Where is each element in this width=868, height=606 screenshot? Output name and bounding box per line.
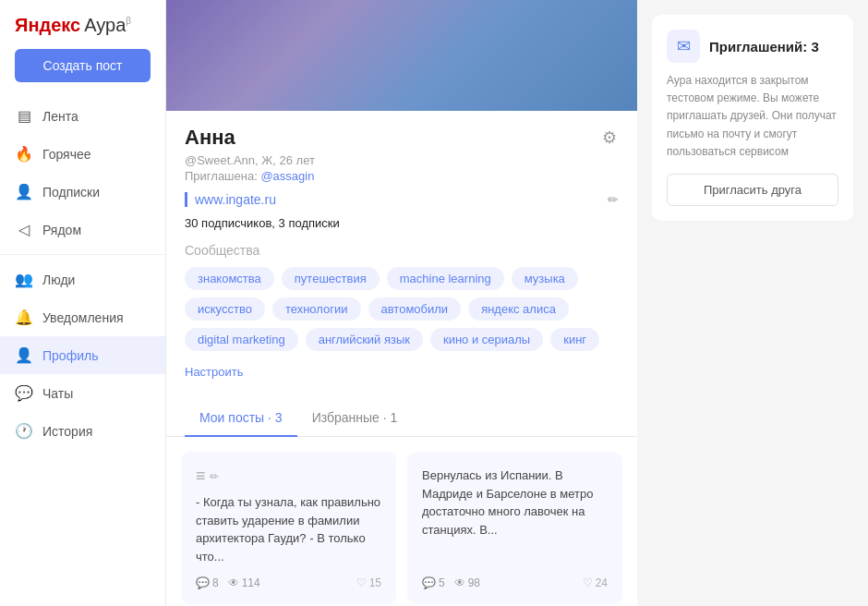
logo-aura: Аураβ [84,15,131,36]
sidebar-item-label: Подписки [42,185,100,200]
mail-icon: ✉ [667,30,700,63]
subscriptions-icon: 👤 [15,183,33,200]
sidebar-item-label: История [42,424,92,439]
post-footer: 💬 8 👁 114 ♡ 15 [196,576,381,589]
eye-icon: 👁 [454,576,465,589]
settings-gear-icon[interactable]: ⚙ [600,126,619,150]
nearby-icon: ◁ [15,221,33,238]
communities-label: Сообщества [185,243,619,258]
sidebar-item-hot[interactable]: 🔥 Горячее [0,135,165,173]
comment-stat: 💬 8 [196,576,219,589]
main-content: Анна ⚙ @Sweet.Ann, Ж, 26 лет Приглашена:… [166,0,637,606]
post-text: Вернулась из Испании. В Мадриде и Барсел… [422,467,608,539]
like-count: 24 [596,576,608,589]
tag[interactable]: автомобили [368,297,462,321]
invite-friend-button[interactable]: Пригласить друга [667,174,838,206]
comment-icon: 💬 [422,576,436,589]
eye-icon: 👁 [228,576,239,589]
sidebar-item-label: Рядом [42,223,81,237]
hot-icon: 🔥 [15,145,33,163]
post-stats: 💬 8 👁 114 [196,576,260,589]
tag[interactable]: digital marketing [185,328,298,351]
sidebar: Яндекс Аураβ Создать пост ▤ Лента 🔥 Горя… [0,0,166,606]
post-card[interactable]: Вернулась из Испании. В Мадриде и Барсел… [407,452,622,604]
profile-website-row: www.ingate.ru ✏ [185,192,619,207]
sidebar-item-chats[interactable]: 💬 Чаты [0,374,165,412]
edit-pencil-icon[interactable]: ✏ [608,192,619,207]
right-panel: ✉ Приглашений: 3 Аура находится в закрыт… [637,0,868,606]
heart-icon: ♡ [583,576,593,589]
profile-name: Анна [185,126,235,150]
comment-icon: 💬 [196,576,210,589]
tag[interactable]: музыка [512,267,578,290]
tag[interactable]: machine learning [387,267,504,290]
sidebar-item-label: Лента [42,109,78,124]
tab-favorites[interactable]: Избранные · 1 [297,399,413,436]
profile-icon: 👤 [15,346,33,364]
sidebar-item-label: Горячее [42,147,91,162]
people-icon: 👥 [15,271,33,288]
tag[interactable]: знакомства [185,267,274,290]
sidebar-item-label: Чаты [42,386,73,401]
view-stat: 👁 114 [228,576,260,589]
subscribers-count: 30 [185,216,198,230]
profile-stats: 30 подписчиков, 3 подписки [185,216,619,230]
invited-by-link[interactable]: @assagin [260,169,314,183]
tag[interactable]: английский язык [306,328,423,351]
tag[interactable]: кино и сериалы [430,328,543,351]
invite-card: ✉ Приглашений: 3 Аура находится в закрыт… [652,15,853,221]
history-icon: 🕐 [15,422,33,440]
invites-count-label: Приглашений: 3 [709,39,819,55]
subscriptions-count: 3 [279,216,285,230]
heart-icon: ♡ [356,576,367,589]
tags-container: знакомства путешествия machine learning … [185,267,619,351]
tab-my-posts[interactable]: Мои посты · 3 [185,399,297,436]
post-footer: 💬 5 👁 98 ♡ 24 [422,576,608,589]
post-like[interactable]: ♡ 24 [583,576,608,589]
profile-website-link[interactable]: www.ingate.ru [185,192,276,207]
create-post-button[interactable]: Создать пост [15,49,151,82]
profile-tabs: Мои посты · 3 Избранные · 1 [166,399,637,437]
profile-cover [166,0,637,111]
sidebar-item-history[interactable]: 🕐 История [0,412,165,450]
sidebar-item-label: Профиль [42,348,98,363]
tag[interactable]: яндекс алиса [468,297,569,321]
sidebar-item-subscriptions[interactable]: 👤 Подписки [0,173,165,211]
post-card[interactable]: ≡✏ - Когда ты узнала, как правильно став… [181,452,396,604]
sidebar-item-people[interactable]: 👥 Люди [0,261,165,298]
nav-divider [0,254,165,255]
tag[interactable]: кинг [550,328,599,351]
cover-image [166,0,637,111]
tag[interactable]: путешествия [282,267,380,290]
sidebar-item-notifications[interactable]: 🔔 Уведомления [0,298,165,336]
sidebar-item-feed[interactable]: ▤ Лента [0,97,165,135]
like-count: 15 [369,576,381,589]
view-count: 98 [468,576,480,589]
profile-name-row: Анна ⚙ [185,126,619,150]
logo: Яндекс Аураβ [0,0,165,49]
profile-invited: Приглашена: @assagin [185,169,619,183]
post-stats: 💬 5 👁 98 [422,576,480,589]
comment-count: 5 [439,576,445,589]
invite-description: Аура находится в закрытом тестовом режим… [667,72,838,161]
invite-card-header: ✉ Приглашений: 3 [667,30,838,63]
my-posts-count: · 3 [268,410,283,425]
view-stat: 👁 98 [454,576,480,589]
tag[interactable]: технологии [272,297,361,321]
sidebar-item-nearby[interactable]: ◁ Рядом [0,211,165,248]
post-edit-icon: ≡✏ [196,467,381,486]
sidebar-item-label: Люди [42,273,75,287]
comment-stat: 💬 5 [422,576,445,589]
communities-settings-link[interactable]: Настроить [185,365,244,379]
favorites-count: · 1 [383,410,398,425]
profile-meta: @Sweet.Ann, Ж, 26 лет [185,153,619,167]
post-text: - Когда ты узнала, как правильно ставить… [196,493,381,565]
view-count: 114 [242,576,260,589]
chats-icon: 💬 [15,384,33,402]
tag[interactable]: искусство [185,297,265,321]
sidebar-item-profile[interactable]: 👤 Профиль [0,336,165,374]
feed-icon: ▤ [15,107,33,125]
post-like[interactable]: ♡ 15 [356,576,381,589]
sidebar-item-label: Уведомления [42,310,124,325]
posts-grid: ≡✏ - Когда ты узнала, как правильно став… [166,437,637,606]
